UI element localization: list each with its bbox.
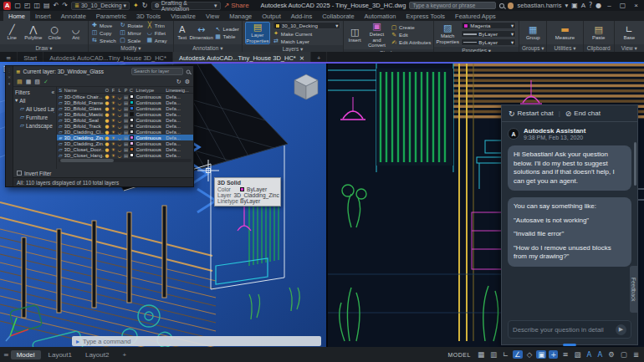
- selection-cycling-icon[interactable]: ▨: [573, 350, 583, 359]
- layer-color-swatch[interactable]: [130, 106, 134, 110]
- layer-row[interactable]: ▱3D_Bifold_Mastic●☀◡▤ContinuousDefa...: [57, 111, 193, 117]
- detect-convert-button[interactable]: ▣Detect and Convert: [365, 22, 388, 48]
- layer-on-icon[interactable]: ●: [105, 135, 110, 140]
- col-linetype[interactable]: Linetype: [135, 88, 165, 93]
- ribbon-tab-output[interactable]: Output: [257, 11, 286, 21]
- table-button[interactable]: ▦Table: [215, 33, 239, 40]
- col-name[interactable]: Name: [64, 88, 104, 93]
- filter-all[interactable]: ▾All: [15, 96, 54, 105]
- delete-layer-icon[interactable]: ▧: [34, 79, 40, 85]
- layer-plot-icon[interactable]: ▤: [123, 141, 129, 146]
- layer-plot-icon[interactable]: ▤: [123, 100, 129, 105]
- ribbon-tab-collaborate[interactable]: Collaborate: [317, 11, 359, 21]
- layer-freeze-icon[interactable]: ☀: [110, 94, 116, 99]
- workspace-switching-icon[interactable]: ⚙: [606, 350, 616, 359]
- layer-freeze-icon[interactable]: ☀: [110, 112, 116, 117]
- layer-on-icon[interactable]: ●: [105, 141, 110, 146]
- layout2-tab[interactable]: Layout2: [79, 350, 115, 359]
- col-freeze[interactable]: F: [110, 88, 116, 93]
- col-status[interactable]: S: [58, 88, 64, 93]
- palette-close-icon[interactable]: ×: [8, 74, 11, 79]
- layer-row[interactable]: ▱3D_Bifold_Glass●☀◡▤ContinuousDefa...: [57, 105, 193, 111]
- polyline-button[interactable]: ⋀Polyline: [24, 25, 43, 41]
- filter-all-used[interactable]: ▱All Used Lay...: [15, 105, 54, 113]
- autocad-logo[interactable]: A: [3, 2, 11, 10]
- ribbon-tab-annotate[interactable]: Annotate: [56, 11, 91, 21]
- layer-color-swatch[interactable]: [130, 124, 134, 128]
- mirror-button[interactable]: ◫Mirror: [120, 29, 143, 36]
- command-line[interactable]: ▸ Type a command: [72, 336, 321, 346]
- search-icon[interactable]: [187, 69, 191, 74]
- suggestion-2[interactable]: "Invalid file error": [514, 230, 626, 239]
- object-snap-icon[interactable]: ▣: [536, 350, 546, 359]
- layer-on-icon[interactable]: ●: [105, 130, 110, 135]
- ribbon-tab-visualize[interactable]: Visualize: [166, 11, 201, 21]
- ribbon-tab-automation[interactable]: Automation: [360, 11, 401, 21]
- layer-color-swatch[interactable]: [130, 135, 134, 140]
- ribbon-tab-3d-tools[interactable]: 3D Tools: [131, 11, 166, 21]
- app-store-icon[interactable]: ▣: [571, 2, 578, 9]
- layer-lock-icon[interactable]: ◡: [117, 153, 123, 158]
- layer-row[interactable]: ▱3D_Cladding_Cl...●☀◡▤ContinuousDefa...: [57, 129, 193, 135]
- col-plot[interactable]: P: [123, 88, 129, 93]
- autodesk-access-icon[interactable]: A: [581, 2, 585, 9]
- feedback-tab[interactable]: Feedback: [630, 266, 637, 313]
- layer-states-icon[interactable]: ▤: [17, 79, 23, 85]
- layer-freeze-icon[interactable]: ☀: [110, 100, 116, 105]
- insert-button[interactable]: ◫Insert: [346, 28, 363, 43]
- new-file-icon[interactable]: ▢: [14, 2, 21, 9]
- suggestion-1[interactable]: "Autosave is not working": [514, 217, 626, 226]
- layout1-tab[interactable]: Layout1: [43, 350, 78, 359]
- measure-button[interactable]: ▬Measure: [550, 25, 579, 41]
- object-snap-tracking-icon[interactable]: +: [549, 350, 558, 359]
- layer-color-swatch[interactable]: [130, 94, 134, 99]
- refresh-icon[interactable]: ↻: [176, 79, 181, 85]
- layer-freeze-icon[interactable]: ☀: [110, 106, 116, 111]
- ribbon-tab-express-tools[interactable]: Express Tools: [401, 11, 451, 21]
- layer-lock-icon[interactable]: ◡: [117, 100, 123, 105]
- scale-button[interactable]: ▢Scale: [120, 37, 143, 43]
- layer-plot-icon[interactable]: ▤: [123, 94, 129, 99]
- layer-plot-icon[interactable]: ▤: [123, 135, 129, 140]
- suggestion-3[interactable]: "How do I remove unused blocks from my d…: [514, 244, 626, 262]
- titlebar-layer-dropdown[interactable]: ≣ 30_10_Decking ▾: [71, 2, 130, 10]
- copy-button[interactable]: ◫Copy: [91, 29, 116, 36]
- palette-grip[interactable]: ⋮×▾: [6, 66, 13, 186]
- help-search-input[interactable]: Type a keyword or phrase: [409, 2, 496, 9]
- ribbon-tab-add-ins[interactable]: Add-ins: [286, 11, 317, 21]
- ribbon-tab-home[interactable]: Home: [3, 11, 30, 21]
- set-current-icon[interactable]: ✓: [43, 79, 49, 85]
- layer-on-icon[interactable]: ●: [105, 106, 110, 111]
- search-icon[interactable]: [499, 3, 504, 8]
- paste-button[interactable]: ▤Paste: [588, 25, 610, 41]
- layer-on-icon[interactable]: ●: [105, 147, 110, 152]
- circle-button[interactable]: ○Circle: [45, 25, 64, 41]
- layer-color-swatch[interactable]: [130, 130, 134, 134]
- layer-on-icon[interactable]: ●: [105, 100, 110, 105]
- palette-pin-icon[interactable]: ▾: [8, 81, 11, 86]
- panel-clipboard-label[interactable]: Clipboard: [584, 44, 614, 52]
- save-icon[interactable]: ◫: [34, 2, 41, 9]
- ortho-mode-icon[interactable]: ∟: [501, 350, 510, 359]
- col-color[interactable]: C: [130, 88, 135, 93]
- layer-lock-icon[interactable]: ◡: [117, 135, 123, 140]
- layer-plot-icon[interactable]: ▤: [123, 124, 129, 129]
- close-button[interactable]: ×: [631, 2, 641, 9]
- lineweight-display-icon[interactable]: ≡: [560, 350, 570, 359]
- ribbon-tab-parametric[interactable]: Parametric: [91, 11, 131, 21]
- layer-row[interactable]: ▱3D_Bifold_Frame●☀◡▤ContinuousDefa...: [57, 99, 193, 105]
- linetype-dropdown[interactable]: ByLayer▾: [461, 38, 516, 46]
- layer-lock-icon[interactable]: ◡: [117, 130, 123, 135]
- polar-tracking-icon[interactable]: ∠: [513, 350, 523, 359]
- layer-plot-icon[interactable]: ▤: [123, 147, 129, 152]
- minimize-button[interactable]: –: [605, 2, 613, 9]
- edit-block-button[interactable]: ✎Edit: [391, 32, 431, 38]
- layer-freeze-icon[interactable]: ☀: [110, 124, 116, 129]
- layer-on-icon[interactable]: ●: [105, 118, 110, 123]
- layer-freeze-icon[interactable]: ☀: [110, 153, 116, 158]
- filter-landscape[interactable]: ▱Landscape: [15, 121, 54, 130]
- redo-icon[interactable]: ↷: [62, 2, 68, 9]
- chat-scrollbar[interactable]: [634, 142, 636, 186]
- layer-color-swatch[interactable]: [130, 118, 134, 122]
- layer-lock-icon[interactable]: ◡: [117, 141, 123, 146]
